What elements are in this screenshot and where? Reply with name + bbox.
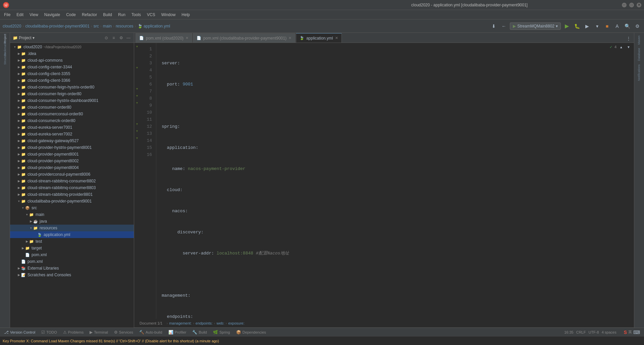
input-indicator[interactable]: ⌨ [633,330,640,335]
tree-item-provider-payment8002[interactable]: ▶ 📁 cloud-provider-payment8002 [10,158,134,164]
build-button[interactable]: 🔧 Build [190,329,209,336]
tree-item-java[interactable]: ▶ ☕ java [10,218,134,225]
more-run-options[interactable]: ▾ [593,22,601,30]
close-button[interactable]: ✕ [637,3,641,7]
crlf-info[interactable]: CRLF [576,330,586,334]
tree-item-target[interactable]: ▶ 📁 target [10,245,134,251]
tree-item-pom-root[interactable]: 📄 pom.xml [10,258,134,265]
recent-files-button[interactable]: ⋮ [625,35,633,43]
tab-pom-payment9001[interactable]: 📄 pom.xml (cloudalibaba-provider-payment… [193,33,295,43]
code-content[interactable]: server: port: 9001 spring: application: … [156,43,634,319]
tree-item-cloud2020[interactable]: ▾ 📁 cloud2020 ~/IdeaProjects/cloud2020 [10,44,134,50]
menu-edit[interactable]: Edit [14,11,26,18]
tree-item-provider-payment8004[interactable]: ▶ 📁 cloud-provider-payment8004 [10,164,134,171]
run-config-dropdown[interactable]: ▶ StreamMQMain8802 ▾ [510,22,561,30]
tree-item-api-commons[interactable]: ▶ 📁 cloud-api-commons [10,57,134,64]
tree-item-gateway[interactable]: ▶ 📁 cloud-gateway-gateway9527 [10,137,134,144]
tree-item-hystrix-dashboard[interactable]: ▶ 📁 cloud-consumer-hystrix-dashboard9001 [10,97,134,104]
tree-item-src[interactable]: ▾ 📦 src [10,205,134,211]
tree-item-test[interactable]: ▶ 📁 test [10,238,134,245]
panel-scope-btn[interactable]: ⊙ [104,35,109,41]
menu-navigate[interactable]: Navigate [42,11,63,18]
menu-tools[interactable]: Tools [129,11,144,18]
services-button[interactable]: ⚙ Services [111,329,136,336]
breadcrumb-main[interactable]: main [103,24,112,28]
tree-item-consumer-feign-hystrix[interactable]: ▶ 📁 cloud-consumer-feign-hystrix-order80 [10,84,134,91]
translate-button[interactable]: A [613,22,621,30]
panel-layout-btn[interactable]: ≡ [111,35,116,41]
todo-button[interactable]: ☑ TODO [39,329,60,336]
tree-item-cloudalibaba[interactable]: ▾ 📁 cloudalibaba-provider-payment9001 [10,198,134,205]
tab-pom-cloud2020[interactable]: 📄 pom.xml (cloud2020) ✕ [136,33,192,43]
tab-close-button[interactable]: ✕ [288,36,291,40]
profiler-button[interactable]: 📊 Profiler [166,329,189,336]
scroll-up-button[interactable]: ▲ [619,44,624,50]
stop-button[interactable]: ■ [603,22,611,30]
menu-window[interactable]: Window [159,11,178,18]
breadcrumb-endpoints[interactable]: endpoints: [196,321,213,325]
version-control-button[interactable]: ⎇ Version Control [1,329,38,336]
tab-close-button[interactable]: ✕ [335,36,338,40]
breadcrumb-root[interactable]: cloud2020 [3,24,21,28]
tree-item-consumerzk-order[interactable]: ▶ 📁 cloud-consumerzk-order80 [10,117,134,124]
menu-code[interactable]: Code [63,11,78,18]
tree-item-stream-provider8801[interactable]: ▶ 📁 cloud-stream-rabbitmq-provider8801 [10,191,134,198]
panel-collapse-btn[interactable]: — [126,35,131,41]
menu-run[interactable]: Run [115,11,128,18]
structure-icon[interactable]: Structure [1,54,9,63]
breadcrumb-resources[interactable]: resources [116,24,133,28]
run-with-coverage[interactable]: ▶ [583,22,591,30]
scroll-down-button[interactable]: ▼ [626,44,631,50]
menu-file[interactable]: File [1,11,13,18]
tree-item-idea[interactable]: ▶ 📁 .idea [10,50,134,57]
tree-item-scratches[interactable]: ▶ 📝 Scratches and Consoles [10,272,134,278]
search-everywhere[interactable]: 🔍 [623,22,631,30]
tree-item-pom-module[interactable]: 📄 pom.xml [10,251,134,258]
menu-build[interactable]: Build [100,11,115,18]
menu-vcs[interactable]: VCS [144,11,158,18]
tree-item-stream-consumer8802[interactable]: ▶ 📁 cloud-stream-rabbitmq-consumer8802 [10,178,134,184]
bookmarks-icon[interactable]: Bookmarks [1,44,9,53]
menu-help[interactable]: Help [179,11,193,18]
tree-item-application-yml[interactable]: 🍃 application.yml [10,231,134,238]
tree-item-main[interactable]: ▾ 📁 main [10,211,134,218]
tree-item-consumer-feign-order[interactable]: ▶ 📁 cloud-consumer-feign-order80 [10,91,134,97]
breadcrumb-exposure[interactable]: exposure: [228,321,244,325]
panel-settings-btn[interactable]: ⚙ [118,35,124,41]
back-button[interactable]: ← [500,22,508,30]
tree-item-external-libs[interactable]: ▶ 📚 External Libraries [10,265,134,272]
tree-item-hystrix-payment[interactable]: ▶ 📁 cloud-provider-hystrix-payment8001 [10,144,134,151]
breadcrumb-web[interactable]: web: [217,321,224,325]
tree-item-config-client-3355[interactable]: ▶ 📁 cloud-config-client-3355 [10,70,134,77]
auto-build-button[interactable]: 🔨 Auto-build [137,329,165,336]
tree-item-providerconsul[interactable]: ▶ 📁 cloud-providerconsul-payment8006 [10,171,134,178]
tree-item-resources[interactable]: ▾ 📁 resources [10,225,134,231]
tree-item-consumerconsul-order[interactable]: ▶ 📁 cloud-consumerconsul-order80 [10,111,134,117]
problems-button[interactable]: ⚠ Problems [60,329,86,336]
indent-info[interactable]: 4 spaces [602,330,616,334]
tree-item-config-client-3366[interactable]: ▶ 📁 cloud-config-client-3366 [10,77,134,84]
breadcrumb-src[interactable]: src [94,24,99,28]
terminal-button[interactable]: ▶ Terminal [87,329,111,336]
notifications-panel-button[interactable]: Notifications [637,63,642,82]
debug-button[interactable]: 🐛 [573,22,581,30]
tree-item-eureka-server7001[interactable]: ▶ 📁 cloud-eureka-server7001 [10,124,134,131]
tree-item-consumer-order80[interactable]: ▶ 📁 cloud-consumer-order80 [10,104,134,111]
sync-button[interactable]: ⬇ [490,22,498,30]
tab-application-yml[interactable]: 🍃 application.yml ✕ [296,33,341,43]
breadcrumb-file[interactable]: 🍃 application.yml [138,24,170,28]
encoding-info[interactable]: UTF-8 [588,330,599,334]
menu-refactor[interactable]: Refactor [79,11,100,18]
menu-view[interactable]: View [27,11,41,18]
minimize-button[interactable]: ─ [622,3,627,7]
breadcrumb-management[interactable]: management: [169,321,192,325]
dependencies-button[interactable]: 📦 Dependencies [233,329,269,336]
tree-item-config-center[interactable]: ▶ 📁 cloud-config-center-3344 [10,64,134,70]
settings-button[interactable]: ⚙ [633,22,641,30]
lang-indicator[interactable]: 英 [628,330,632,335]
tree-item-eureka-server7002[interactable]: ▶ 📁 cloud-eureka-server7002 [10,131,134,137]
tab-close-button[interactable]: ✕ [185,36,189,40]
run-button[interactable]: ▶ [563,22,571,30]
tree-item-stream-consumer8803[interactable]: ▶ 📁 cloud-stream-rabbitmq-consumer8803 [10,184,134,191]
code-editor[interactable]: ▾ ▾ ▾ ▾ ▾ ▾ ▾ ▾ 1 2 3 [134,43,634,319]
